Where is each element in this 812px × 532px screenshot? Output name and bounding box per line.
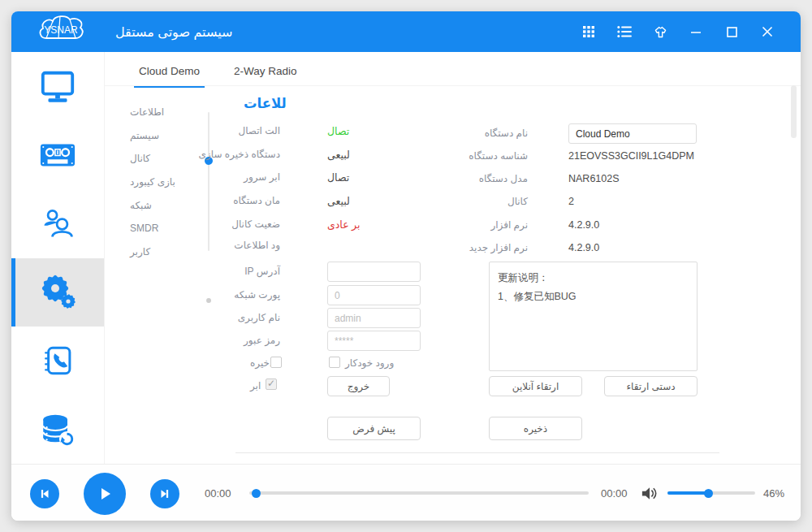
autologin-checkbox-label: ورود خودکار [345,357,394,369]
scrollbar-thumb[interactable] [791,85,797,138]
status-label: ابر سرور [158,171,280,183]
close-icon[interactable] [754,18,781,45]
status-value: تصال [327,125,349,137]
device-model-value: NAR6102S [568,173,620,184]
password-label: رمز عبور [158,335,280,346]
password-input[interactable] [327,331,421,351]
status-value: لبیعی [327,149,350,161]
status-label: الت اتصال [158,125,280,136]
progress-slider[interactable] [249,491,589,495]
monitor-icon [39,67,76,105]
content-divider [235,452,719,453]
phonebook-icon [41,344,75,378]
player-bar: 00:00 00:00 46% [11,464,801,521]
sidebar-item-phonebook[interactable] [11,327,104,396]
previous-track-button[interactable] [30,479,59,508]
username-label: نام کاربری [158,312,280,323]
device-id-label: شناسه دستگاه [414,150,528,162]
status-value: لبیعی [327,195,350,207]
elapsed-time: 00:00 [205,487,231,500]
sidebar-item-settings[interactable] [11,258,104,327]
tab-cloud-demo[interactable]: Cloud Demo [134,57,205,88]
volume-knob[interactable] [704,489,713,498]
volume-percent: 46% [763,487,784,500]
ip-input[interactable] [327,262,421,282]
status-value: بر عادی [327,218,360,231]
task-list-icon[interactable] [611,18,638,45]
settings-gears-icon [38,273,77,312]
device-model-label: مدل دستگاه [414,173,528,184]
section-label: ود اطلاعات [158,240,280,251]
status-label: مان دستگاه [158,195,280,206]
ysnar-logo: YSNAR [36,13,86,50]
total-time: 00:00 [601,487,628,500]
logout-button[interactable]: خروج [327,376,390,396]
port-label: پورت شبکه [158,289,280,301]
app-title: سیستم صوتی مستقل [115,24,232,40]
apps-grid-icon[interactable] [575,18,603,45]
database-sync-icon [39,411,76,448]
sidebar-item-users[interactable] [11,189,104,258]
firmware-value: 4.2.9.0 [568,219,599,231]
new-firmware-value: 4.2.9.0 [568,242,599,253]
tab-2way-radio[interactable]: 2-Way Radio [229,57,302,88]
default-button[interactable]: پیش فرض [327,417,421,440]
status-value: تصال [327,171,349,184]
sidebar-item-recorder[interactable] [11,121,104,190]
page-title: للاعات [244,96,287,111]
save-button[interactable]: ذخیره [489,417,582,440]
save-checkbox[interactable] [270,357,282,368]
status-label: ضعیت کانال [158,218,280,230]
sidebar-item-monitor[interactable] [11,52,104,121]
manual-upgrade-button[interactable]: دستی ارتقاء [604,376,698,396]
next-track-icon [158,487,172,501]
users-icon [40,205,76,241]
sidebar [11,52,105,464]
logo-text: YSNAR [44,24,78,36]
cloud-checkbox[interactable] [266,378,277,390]
new-firmware-label: نرم افزار جدید [414,242,528,253]
cloud-checkbox-label: ابر [250,380,261,391]
next-track-button[interactable] [150,479,179,508]
sidebar-item-database[interactable] [11,396,104,465]
firmware-label: نرم افزار [414,219,528,231]
username-input[interactable] [327,308,421,328]
nav-item-info[interactable]: اطلاعات [130,101,214,124]
autologin-checkbox[interactable] [329,357,340,368]
channel-count-value: 2 [568,196,574,207]
minimize-icon[interactable] [682,18,710,45]
device-id-value: 21EOVSS3GCII9L1G4DPM [568,150,694,162]
previous-track-icon [37,487,52,501]
tab-bar: Cloud Demo 2-Way Radio [134,57,302,88]
maximize-icon[interactable] [718,18,745,45]
status-label: دستگاه ذخیره سازی [158,149,280,160]
play-icon [95,484,114,504]
tabbar-divider [105,85,801,86]
titlebar-controls [575,18,801,45]
port-input[interactable] [327,285,421,305]
theme-shirt-icon[interactable] [646,18,674,45]
play-button[interactable] [84,473,126,515]
online-upgrade-button[interactable]: ارتقاء آنلاین [489,376,582,396]
app-window: YSNAR سیستم صوتی مستقل [11,11,801,521]
main-content: Cloud Demo 2-Way Radio اطلاعات سیستم کان… [105,52,801,464]
progress-knob[interactable] [252,489,261,498]
recorder-cassette-icon [39,136,76,174]
update-notes-textarea[interactable]: 更新说明： 1、修复已知BUG [489,262,698,371]
volume-slider[interactable] [667,491,755,495]
channel-count-label: کانال [414,196,528,207]
speaker-icon[interactable] [640,484,659,506]
device-name-input[interactable] [568,123,697,144]
titlebar: YSNAR سیستم صوتی مستقل [11,11,801,52]
volume-fill [667,491,708,495]
device-name-label: نام دستگاه [414,128,528,139]
ip-label: آدرس IP [158,266,280,277]
